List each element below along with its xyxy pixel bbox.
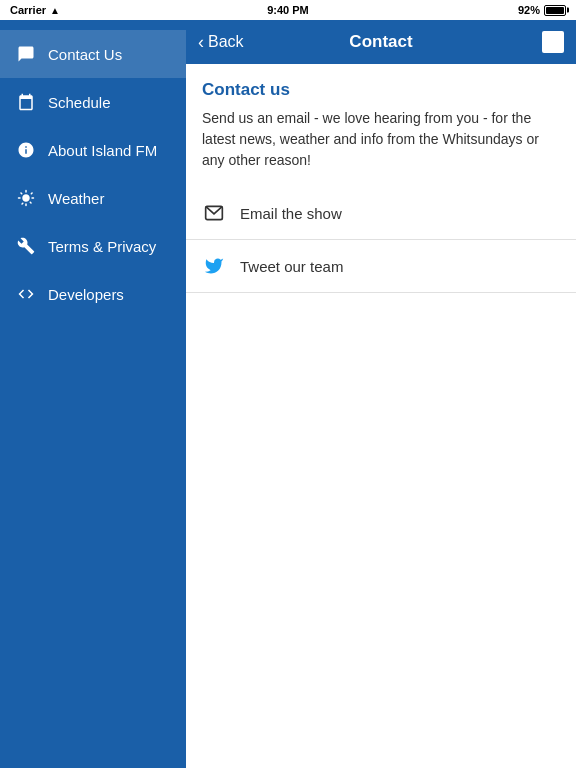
sidebar-item-schedule[interactable]: Schedule (0, 78, 186, 126)
status-left: Carrier ▲ (10, 4, 60, 16)
info-icon (16, 140, 36, 160)
sidebar: Contact Us Schedule About Island FM (0, 20, 186, 768)
back-label: Back (208, 33, 244, 51)
contact-description: Send us an email - we love hearing from … (186, 108, 576, 187)
twitter-icon (202, 254, 226, 278)
sidebar-item-label: Contact Us (48, 46, 122, 63)
calendar-icon (16, 92, 36, 112)
sidebar-item-label: Terms & Privacy (48, 238, 156, 255)
nav-bar: ‹ Back Contact (186, 20, 576, 64)
email-icon (202, 201, 226, 225)
chat-icon (16, 44, 36, 64)
weather-icon (16, 188, 36, 208)
battery-icon (544, 5, 566, 16)
sidebar-item-terms[interactable]: Terms & Privacy (0, 222, 186, 270)
main-area: ‹ Back Contact Contact us Send us an ema… (186, 20, 576, 768)
status-time: 9:40 PM (267, 4, 309, 16)
carrier-label: Carrier (10, 4, 46, 16)
sidebar-item-about[interactable]: About Island FM (0, 126, 186, 174)
status-right: 92% (518, 4, 566, 16)
sidebar-item-developers[interactable]: Developers (0, 270, 186, 318)
sidebar-item-contact-us[interactable]: Contact Us (0, 30, 186, 78)
email-action[interactable]: Email the show (186, 187, 576, 240)
sidebar-item-label: Schedule (48, 94, 111, 111)
sidebar-item-weather[interactable]: Weather (0, 174, 186, 222)
back-chevron-icon: ‹ (198, 32, 204, 53)
code-icon (16, 284, 36, 304)
nav-title: Contact (349, 32, 412, 52)
nav-action-button[interactable] (542, 31, 564, 53)
battery-percent: 92% (518, 4, 540, 16)
contact-heading: Contact us (186, 64, 576, 108)
tweet-action[interactable]: Tweet our team (186, 240, 576, 293)
wifi-icon: ▲ (50, 5, 60, 16)
content-panel: Contact us Send us an email - we love he… (186, 64, 576, 768)
sidebar-item-label: Weather (48, 190, 104, 207)
app-container: Contact Us Schedule About Island FM (0, 20, 576, 768)
sidebar-item-label: Developers (48, 286, 124, 303)
tweet-label: Tweet our team (240, 258, 343, 275)
wrench-icon (16, 236, 36, 256)
sidebar-item-label: About Island FM (48, 142, 157, 159)
back-button[interactable]: ‹ Back (198, 32, 244, 53)
email-label: Email the show (240, 205, 342, 222)
status-bar: Carrier ▲ 9:40 PM 92% (0, 0, 576, 20)
